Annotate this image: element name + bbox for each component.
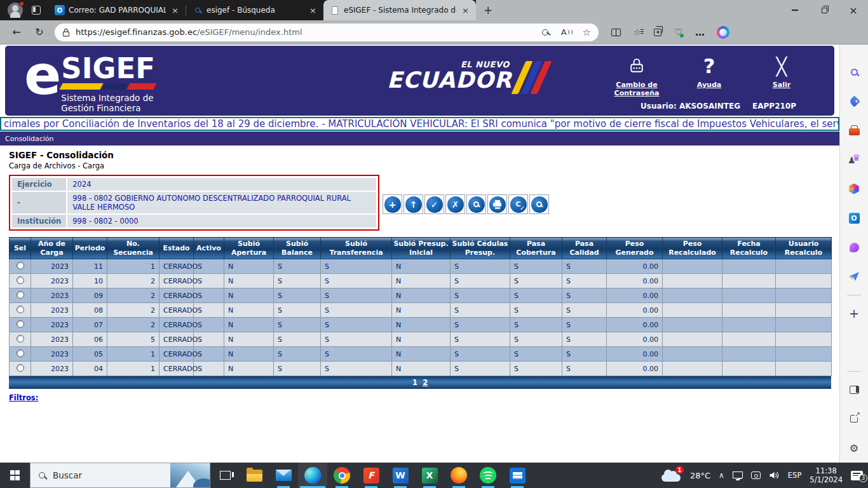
browser-tab-1[interactable]: OCorreo: GAD PARROQUIAL VALLE× — [48, 0, 186, 20]
table-cell: S — [562, 318, 607, 332]
taskbar-task-view-button[interactable] — [210, 463, 240, 488]
page-2-link[interactable]: 2 — [423, 378, 428, 387]
browser-essentials-icon[interactable]: ♡ — [674, 27, 682, 38]
browser-tab-3[interactable]: eSIGEF - Sistema Integrado de G× — [323, 0, 476, 20]
add-sidebar-item-icon[interactable]: + — [840, 299, 868, 328]
print-file-button[interactable] — [487, 194, 507, 214]
weather-icon[interactable]: 1 — [661, 468, 682, 482]
new-file-button[interactable]: + — [383, 194, 402, 214]
foxit-pdf-icon: F — [363, 468, 379, 484]
taskbar-foxit-pdf-button[interactable]: F — [356, 463, 386, 488]
query-file-button[interactable] — [529, 194, 549, 214]
row-select-radio[interactable] — [17, 276, 24, 284]
taskbar-word-button[interactable]: W — [386, 463, 415, 488]
taskbar-edge-button[interactable] — [298, 463, 327, 488]
open-external-icon[interactable] — [840, 404, 868, 433]
approve-file-button[interactable]: C✓ — [508, 194, 528, 214]
read-aloud-icon[interactable]: A — [561, 27, 573, 37]
table-cell — [776, 259, 832, 274]
row-select-radio[interactable] — [17, 349, 24, 357]
row-select-radio[interactable] — [17, 320, 24, 328]
tools-icon[interactable] — [840, 116, 868, 145]
taskbar-mail-button[interactable] — [269, 463, 298, 488]
collections-icon[interactable] — [654, 29, 661, 36]
url-bar[interactable]: https://esigef.finanzas.gob.ec/eSIGEF/me… — [55, 24, 599, 41]
taskbar-search-box[interactable]: Buscar — [30, 463, 210, 488]
sidebar-panel-icon[interactable] — [840, 375, 868, 404]
row-select-radio[interactable] — [17, 364, 24, 372]
taskbar-blue-docs-app-button[interactable] — [503, 463, 532, 488]
taskbar-firefox-button[interactable] — [444, 463, 473, 488]
minimize-button[interactable] — [780, 0, 810, 20]
temperature-label[interactable]: 28°C — [690, 471, 710, 480]
table-cell — [663, 332, 722, 347]
outlook-icon[interactable]: O — [840, 203, 868, 233]
taskbar-file-explorer-button[interactable] — [240, 463, 269, 488]
password-key-icon[interactable] — [542, 28, 551, 37]
restore-button[interactable] — [810, 0, 839, 20]
browser-tab-2[interactable]: esigef - Búsqueda× — [186, 0, 323, 20]
sidebar-settings-icon[interactable]: ⚙ — [840, 433, 868, 463]
back-icon[interactable]: ← — [10, 26, 23, 38]
taskbar-excel-button[interactable]: X — [415, 463, 444, 488]
change-password-button[interactable]: Cambio de Contraseña — [612, 53, 661, 97]
clock[interactable]: 11:385/1/2024 — [810, 466, 843, 484]
table-row: 2023102CERRADOSNSSNSSS0.00 — [10, 274, 832, 288]
change-password-icon — [612, 53, 661, 79]
table-cell: S — [510, 303, 562, 318]
copilot-icon[interactable] — [717, 26, 729, 39]
table-cell: CERRADO — [159, 318, 194, 332]
row-select-radio[interactable] — [17, 306, 24, 313]
search-icon[interactable] — [840, 57, 868, 86]
table-cell: S — [321, 303, 392, 318]
shopping-tag-icon[interactable] — [840, 86, 868, 116]
close-button[interactable]: × — [839, 0, 868, 20]
table-cell: S — [510, 288, 562, 303]
help-button[interactable]: ?Ayuda — [684, 53, 734, 97]
drop-icon[interactable] — [840, 262, 868, 291]
url-text[interactable]: https://esigef.finanzas.gob.ec/eSIGEF/me… — [76, 27, 532, 37]
split-screen-icon[interactable] — [611, 29, 621, 36]
row-select-radio[interactable] — [17, 262, 24, 269]
language-indicator[interactable]: ESP — [788, 471, 802, 480]
volume-icon[interactable] — [769, 471, 780, 480]
table-cell: S — [451, 362, 510, 376]
table-cell: S — [321, 318, 392, 332]
favorite-star-icon[interactable]: ☆ — [583, 27, 591, 38]
upload-file-button[interactable]: ↑ — [403, 194, 423, 214]
table-cell: 0.00 — [607, 362, 663, 376]
designer-icon[interactable] — [840, 233, 868, 262]
taskbar-spotify-button[interactable] — [473, 463, 503, 488]
preview-file-button[interactable] — [466, 194, 486, 214]
menu-item-consolidación[interactable]: Consolidación — [5, 135, 53, 143]
start-button[interactable] — [0, 463, 30, 488]
table-cell: S — [194, 303, 224, 318]
workspaces-icon[interactable] — [32, 6, 41, 15]
table-row: 2023072CERRADOSNSSNSSS0.00 — [10, 318, 832, 332]
tab-close-icon[interactable]: × — [170, 6, 180, 15]
table-cell: S — [321, 347, 392, 362]
cast-icon[interactable] — [751, 471, 761, 479]
taskbar-chrome-button[interactable] — [327, 463, 356, 488]
row-select-radio[interactable] — [17, 291, 24, 299]
exit-button[interactable]: ╳Salir — [757, 53, 806, 97]
network-icon[interactable] — [733, 471, 743, 478]
refresh-icon[interactable]: ↻ — [33, 26, 46, 38]
table-cell: 2023 — [31, 318, 73, 332]
table-cell — [663, 259, 722, 274]
tab-close-icon[interactable]: × — [308, 6, 318, 15]
row-select-radio[interactable] — [17, 335, 24, 342]
validate-file-button[interactable]: ✓ — [424, 194, 444, 214]
filters-link[interactable]: Filtros: — [9, 393, 38, 402]
more-options-icon[interactable]: … — [695, 27, 705, 38]
favorites-hub-icon[interactable]: ☆ — [634, 27, 641, 37]
new-tab-button[interactable]: + — [476, 4, 500, 17]
microsoft365-icon[interactable] — [840, 174, 868, 203]
delete-file-button[interactable]: ✗ — [445, 194, 465, 214]
hidden-icons-chevron[interactable]: ∧ — [719, 471, 724, 480]
profile-avatar[interactable] — [8, 3, 23, 18]
table-cell — [722, 332, 776, 347]
tab-close-icon[interactable]: × — [460, 6, 471, 15]
games-icon[interactable]: ♟♛ — [840, 145, 868, 174]
notification-center-icon[interactable]: 3 — [851, 471, 863, 480]
